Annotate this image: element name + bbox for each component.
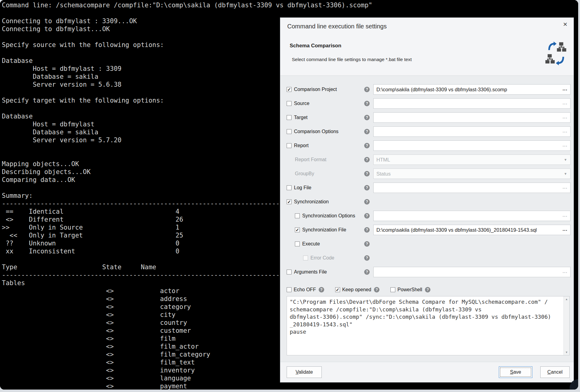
help-icon[interactable]: ?	[364, 157, 370, 162]
target-input[interactable]: ...	[373, 112, 571, 123]
help-icon[interactable]: ?	[425, 287, 430, 292]
keep-opened-checkbox[interactable]: ✓	[335, 287, 340, 292]
groupby-label: GroupBy	[295, 171, 314, 176]
field-rows: ✓Comparison Project?D:\comp\sakila (dbfm…	[287, 84, 570, 277]
arguments-file-checkbox[interactable]	[287, 270, 292, 274]
scroll-down-icon[interactable]: ▼	[565, 350, 568, 355]
groupby-row: GroupBy?Status▼	[287, 169, 570, 179]
report-input[interactable]: ...	[373, 140, 571, 151]
help-icon[interactable]: ?	[364, 171, 370, 176]
log-file-input[interactable]: ...	[373, 183, 571, 193]
chevron-down-icon: ▼	[564, 172, 567, 176]
target-checkbox[interactable]	[287, 115, 292, 120]
close-icon[interactable]: ✕	[563, 22, 567, 27]
report-label: Report	[294, 143, 309, 148]
browse-button[interactable]: ...	[563, 100, 567, 105]
help-icon[interactable]: ?	[364, 185, 370, 191]
command-line-settings-dialog: Command line execution file settings ✕ S…	[280, 17, 574, 383]
execute-checkbox[interactable]	[295, 241, 300, 246]
synchronization-options-checkbox[interactable]	[295, 213, 300, 218]
browse-button[interactable]: ...	[563, 86, 567, 91]
comparison-project-label: Comparison Project	[294, 87, 337, 92]
source-checkbox[interactable]	[287, 101, 292, 106]
synchronization-file-row: ✓Synchronization File?D:\comp\sakila (db…	[287, 225, 570, 235]
toggle-row: Echo OFF?✓Keep opened?PowerShell?	[287, 286, 570, 293]
help-icon[interactable]: ?	[364, 241, 370, 247]
browse-button[interactable]: ...	[563, 213, 567, 218]
keep-opened-label: Keep opened	[342, 287, 371, 292]
comparison-project-input[interactable]: D:\comp\sakila (dbfmylast-3309 vs dbfmyl…	[373, 84, 571, 95]
dialog-footer: Validate Save Cancel ⋱	[280, 362, 574, 382]
help-icon[interactable]: ?	[364, 269, 370, 275]
execute-row: Execute?	[287, 239, 570, 249]
log-file-checkbox[interactable]	[287, 185, 292, 190]
browse-button[interactable]: ...	[563, 143, 567, 147]
help-icon[interactable]: ?	[364, 227, 370, 233]
powershell-checkbox[interactable]	[390, 287, 395, 292]
dialog-body: ✓Comparison Project?D:\comp\sakila (dbfm…	[280, 76, 574, 362]
comparison-options-input[interactable]: ...	[373, 126, 571, 137]
help-icon[interactable]: ?	[364, 143, 370, 148]
echo-off-checkbox[interactable]	[287, 287, 292, 292]
dialog-titlebar: Command line execution file settings ✕	[280, 18, 574, 35]
comparison-project-checkbox[interactable]: ✓	[287, 87, 292, 92]
groupby-select: Status▼	[373, 169, 571, 179]
chevron-down-icon: ▼	[564, 158, 567, 162]
execute-label: Execute	[302, 241, 320, 247]
arguments-file-row: Arguments File?...	[287, 267, 570, 277]
help-icon[interactable]: ?	[319, 287, 324, 292]
report-format-value: HTML	[376, 157, 390, 163]
schema-sync-icon	[544, 42, 568, 67]
synchronization-file-checkbox[interactable]: ✓	[295, 227, 300, 232]
synchronization-options-row: Synchronization Options?...	[287, 211, 570, 221]
log-file-label: Log File	[294, 185, 311, 191]
synchronization-options-input[interactable]: ...	[373, 211, 571, 221]
help-icon[interactable]: ?	[364, 115, 370, 120]
comparison-options-checkbox[interactable]	[287, 129, 292, 134]
help-icon[interactable]: ?	[364, 101, 370, 106]
target-label: Target	[294, 115, 307, 120]
error-code-row: Error Code?	[287, 253, 570, 263]
bat-file-textarea[interactable]: "C:\Program Files\Devart\dbForge Schema …	[287, 296, 570, 355]
browse-button[interactable]: ...	[563, 227, 567, 232]
help-icon[interactable]: ?	[364, 129, 370, 134]
arguments-file-input[interactable]: ...	[373, 267, 571, 277]
help-icon[interactable]: ?	[364, 213, 370, 219]
browse-button[interactable]: ...	[563, 114, 567, 119]
screenshot-canvas: Command line: /schemacompare /compfile:"…	[0, 0, 580, 392]
target-row: Target?...	[287, 112, 570, 123]
echo-off-label: Echo OFF	[294, 287, 316, 292]
browse-button[interactable]: ...	[563, 129, 567, 133]
bat-file-text: "C:\Program Files\Devart\dbForge Schema …	[287, 296, 569, 336]
help-icon[interactable]: ?	[364, 255, 370, 261]
synchronization-file-label: Synchronization File	[302, 227, 346, 233]
error-code-label: Error Code	[310, 255, 334, 261]
browse-button[interactable]: ...	[563, 185, 567, 190]
comparison-project-row: ✓Comparison Project?D:\comp\sakila (dbfm…	[287, 84, 570, 95]
synchronization-label: Synchronization	[294, 199, 329, 205]
help-icon[interactable]: ?	[364, 199, 370, 205]
powershell-label: PowerShell	[397, 287, 422, 292]
keep-opened-toggle: ✓Keep opened?	[335, 287, 379, 292]
section-subtitle: Select command line file settings to man…	[292, 57, 412, 62]
help-icon[interactable]: ?	[374, 287, 379, 292]
cancel-button[interactable]: Cancel	[540, 366, 570, 378]
source-input[interactable]: ...	[373, 98, 571, 109]
scroll-up-icon[interactable]: ▲	[565, 296, 568, 302]
comparison-options-label: Comparison Options	[294, 129, 339, 134]
save-button[interactable]: Save	[499, 366, 532, 378]
synchronization-checkbox[interactable]: ✓	[287, 199, 292, 204]
synchronization-file-input[interactable]: D:\comp\sakila (dbfmylast-3309 vs dbfmyl…	[373, 225, 571, 235]
scrollbar[interactable]: ▲ ▼	[564, 296, 569, 355]
report-checkbox[interactable]	[287, 143, 292, 148]
synchronization-row: ✓Synchronization?	[287, 197, 570, 207]
browse-button[interactable]: ...	[563, 269, 567, 274]
help-icon[interactable]: ?	[364, 87, 370, 92]
log-file-row: Log File?...	[287, 183, 570, 193]
report-format-label: Report Format	[295, 157, 326, 162]
powershell-toggle: PowerShell?	[390, 287, 430, 292]
dialog-title: Command line execution file settings	[287, 23, 387, 30]
validate-button[interactable]: Validate	[287, 366, 322, 378]
source-row: Source?...	[287, 98, 570, 109]
section-title: Schema Comparison	[290, 43, 341, 49]
